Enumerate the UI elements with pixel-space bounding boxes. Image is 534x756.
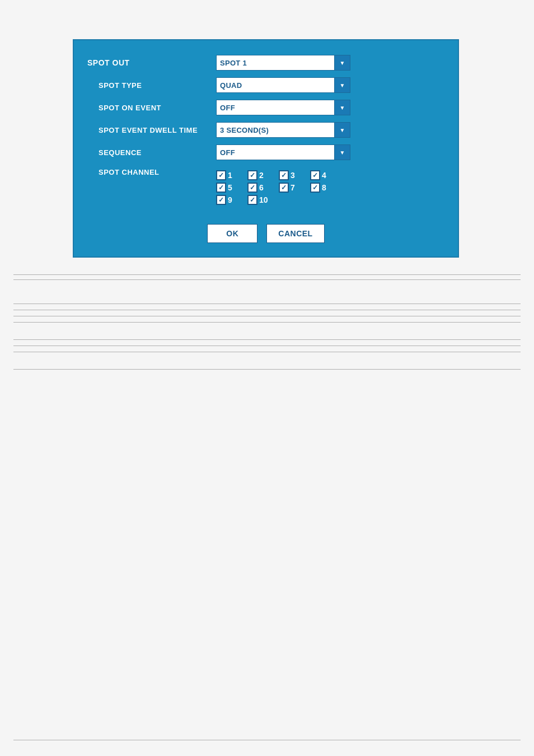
line-group-5	[13, 322, 521, 323]
spot-out-control: SPOT 1	[216, 55, 444, 71]
spot-type-label: SPOT TYPE	[87, 81, 216, 90]
channel-3-item: 3	[279, 170, 303, 180]
line-group-8	[13, 352, 521, 352]
channel-8-num: 8	[322, 183, 326, 192]
channel-2-checkbox[interactable]	[247, 170, 257, 180]
cancel-button[interactable]: CANCEL	[266, 224, 324, 243]
channel-4-checkbox[interactable]	[310, 170, 320, 180]
spot-type-value: QUAD	[217, 81, 334, 90]
spot-out-arrow[interactable]	[334, 55, 350, 70]
ok-label: OK	[226, 229, 238, 238]
channel-6-checkbox[interactable]	[247, 183, 257, 193]
channel-9-num: 9	[228, 195, 232, 204]
channel-1-checkbox[interactable]	[216, 170, 226, 180]
spot-out-row: SPOT OUT SPOT 1	[87, 52, 444, 74]
sequence-arrow[interactable]	[334, 145, 350, 160]
h-line-9	[13, 352, 521, 352]
h-line-2	[13, 279, 521, 280]
channel-10-checkbox[interactable]	[247, 195, 257, 205]
sequence-row: SEQUENCE OFF	[87, 141, 444, 164]
h-line-4	[13, 310, 521, 310]
spot-on-event-row: SPOT ON EVENT OFF	[87, 96, 444, 119]
spot-on-event-control: OFF	[216, 100, 444, 115]
spot-channel-label: SPOT CHANNEL	[87, 168, 216, 176]
h-line-3	[13, 304, 521, 304]
channel-row-2: 5 6 7 8	[216, 183, 444, 193]
sequence-control: OFF	[216, 144, 444, 160]
channel-8-item: 8	[310, 183, 335, 193]
line-group-4	[13, 316, 521, 316]
lines-section	[0, 274, 534, 375]
channel-6-num: 6	[259, 183, 264, 192]
line-group-7	[13, 346, 521, 346]
channel-1-item: 1	[216, 170, 241, 180]
channel-10-item: 10	[247, 195, 272, 205]
channel-7-checkbox[interactable]	[279, 183, 289, 193]
spot-on-event-value: OFF	[217, 104, 334, 112]
channel-1-num: 1	[228, 171, 232, 180]
channel-5-checkbox[interactable]	[216, 183, 226, 193]
spot-out-value: SPOT 1	[217, 59, 334, 67]
spot-event-dwell-time-label: SPOT EVENT DWELL TIME	[87, 126, 216, 134]
line-group-9	[13, 369, 521, 370]
channel-3-checkbox[interactable]	[279, 170, 289, 180]
spot-type-select[interactable]: QUAD	[216, 77, 350, 93]
line-group-3	[13, 310, 521, 310]
sequence-select[interactable]: OFF	[216, 144, 350, 160]
ok-button[interactable]: OK	[207, 224, 257, 243]
spot-event-dwell-time-control: 3 SECOND(S)	[216, 122, 444, 138]
spot-out-select[interactable]: SPOT 1	[216, 55, 350, 71]
spot-type-arrow[interactable]	[334, 78, 350, 92]
h-line-8	[13, 346, 521, 346]
spot-on-event-label: SPOT ON EVENT	[87, 104, 216, 112]
channel-3-num: 3	[291, 171, 295, 180]
spot-out-dialog: SPOT OUT SPOT 1 SPOT TYPE QUAD	[73, 39, 459, 258]
channel-2-num: 2	[259, 171, 264, 180]
h-line-6	[13, 322, 521, 323]
bottom-line	[13, 740, 521, 740]
channel-7-item: 7	[279, 183, 303, 193]
channel-4-item: 4	[310, 170, 335, 180]
h-line-5	[13, 316, 521, 316]
channel-grid: 1 2 3 4	[216, 170, 444, 205]
channel-9-checkbox[interactable]	[216, 195, 226, 205]
spot-channel-row: SPOT CHANNEL 1 2	[87, 164, 444, 207]
channel-row-1: 1 2 3 4	[216, 170, 444, 180]
h-line-10	[13, 369, 521, 370]
line-group-1	[13, 274, 521, 280]
sequence-label: SEQUENCE	[87, 148, 216, 157]
spot-event-dwell-time-select[interactable]: 3 SECOND(S)	[216, 122, 350, 138]
cancel-label: CANCEL	[278, 229, 312, 238]
h-line-bottom	[13, 740, 521, 740]
channel-10-num: 10	[259, 195, 268, 204]
channel-8-checkbox[interactable]	[310, 183, 320, 193]
line-group-6	[13, 339, 521, 340]
spot-type-row: SPOT TYPE QUAD	[87, 74, 444, 96]
channel-4-num: 4	[322, 171, 326, 180]
channel-5-item: 5	[216, 183, 241, 193]
channel-7-num: 7	[291, 183, 295, 192]
sequence-value: OFF	[217, 148, 334, 157]
channel-6-item: 6	[247, 183, 272, 193]
spot-event-dwell-time-arrow[interactable]	[334, 123, 350, 137]
h-line-7	[13, 339, 521, 340]
channel-5-num: 5	[228, 183, 232, 192]
line-group-2	[13, 304, 521, 304]
spot-on-event-arrow[interactable]	[334, 100, 350, 115]
channel-9-item: 9	[216, 195, 241, 205]
spot-type-control: QUAD	[216, 77, 444, 93]
spot-on-event-select[interactable]: OFF	[216, 100, 350, 115]
spot-channel-control: 1 2 3 4	[216, 168, 444, 205]
channel-row-3: 9 10	[216, 195, 444, 205]
spot-event-dwell-time-value: 3 SECOND(S)	[217, 126, 334, 134]
button-row: OK CANCEL	[87, 218, 444, 243]
spot-out-label: SPOT OUT	[87, 58, 216, 67]
channel-2-item: 2	[247, 170, 272, 180]
spot-event-dwell-time-row: SPOT EVENT DWELL TIME 3 SECOND(S)	[87, 119, 444, 141]
